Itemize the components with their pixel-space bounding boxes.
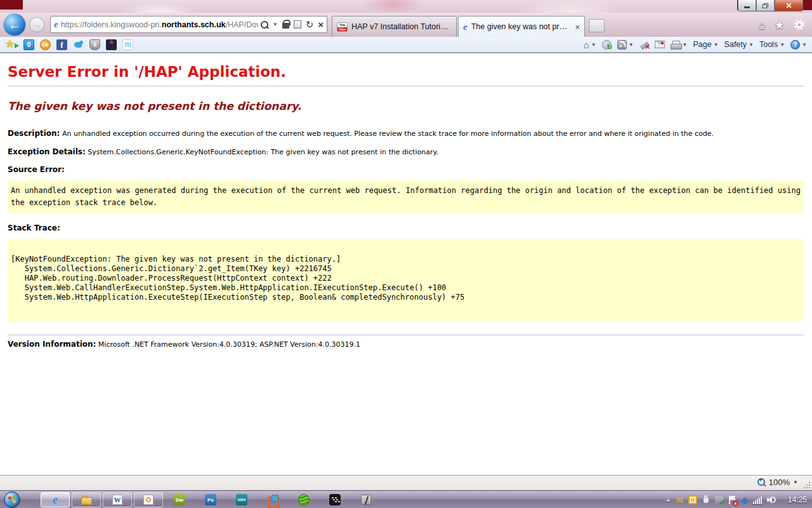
- chevron-down-icon: ▼: [714, 42, 719, 48]
- tab-label: HAP v7 Installation Tutorial - Y...: [351, 22, 452, 31]
- command-bar: ⌂ ▼ ▼ ▼ Page ▼ Safety ▼ Tools ▼ ? ▼: [584, 40, 807, 50]
- divider: [8, 335, 804, 335]
- url-text[interactable]: https://folders.kingswood-pri.northants.…: [61, 20, 258, 29]
- chevron-down-icon: ▼: [802, 42, 807, 48]
- taskbar-windows-explorer[interactable]: [72, 492, 101, 507]
- zoom-dropdown-icon[interactable]: ▼: [793, 479, 798, 485]
- chevron-down-icon: ▼: [629, 42, 634, 48]
- zoom-magnifier-icon: [757, 478, 766, 486]
- taskbar-photoshop[interactable]: Ps: [196, 491, 225, 508]
- taskbar-internet-explorer[interactable]: e: [41, 492, 70, 507]
- taskbar-dreamweaver[interactable]: Dw: [165, 491, 194, 508]
- safely-remove-hardware-icon[interactable]: [715, 496, 723, 504]
- compatibility-view-icon[interactable]: [294, 20, 301, 29]
- url-path: /HAP/Downlo: [226, 20, 258, 29]
- settings-gear-icon[interactable]: [793, 18, 806, 31]
- clock[interactable]: 14:25: [788, 495, 807, 504]
- taskbar-sims[interactable]: SIMS: [227, 491, 256, 508]
- utility-app-icon: [361, 495, 371, 505]
- volume-icon[interactable]: [767, 495, 776, 504]
- taskbar-spotify[interactable]: [289, 491, 318, 508]
- address-bar-icons: ▼ ↻ ×: [261, 20, 324, 29]
- page-menu[interactable]: Page ▼: [693, 40, 718, 49]
- back-button[interactable]: ←: [3, 13, 26, 36]
- taskbar-app-orange[interactable]: [258, 491, 287, 508]
- command-row: ★ 0 CB f $ * m ⌂ ▼ ▼ ▼ Page ▼ Safety ▼: [0, 37, 812, 53]
- safety-menu[interactable]: Safety ▼: [724, 40, 754, 49]
- stack-trace-box: [KeyNotFoundException: The given key was…: [8, 239, 804, 321]
- zoom-control[interactable]: 100% ▼: [757, 478, 798, 487]
- version-information-line: Version Information: Microsoft .NET Fram…: [8, 340, 804, 349]
- chevron-down-icon: ▼: [780, 42, 785, 48]
- minimize-button[interactable]: [738, 0, 756, 11]
- address-dropdown-icon[interactable]: ▼: [273, 22, 278, 27]
- taskbar-utility[interactable]: [351, 491, 381, 508]
- titlebar: ✕: [0, 0, 812, 13]
- tab-close-icon[interactable]: ×: [575, 22, 580, 32]
- start-button[interactable]: [4, 491, 20, 508]
- photoshop-icon: Ps: [205, 494, 216, 505]
- description-text: An unhandled exception occurred during t…: [62, 130, 714, 138]
- help-menu[interactable]: ? ▼: [790, 40, 807, 50]
- forward-icon: →: [32, 20, 41, 30]
- browser-quick-icons: ⌂ ★: [758, 18, 806, 31]
- rss-feed-icon: [617, 40, 627, 50]
- divider: [8, 86, 804, 86]
- close-button[interactable]: ✕: [775, 0, 803, 11]
- back-icon: ←: [8, 18, 21, 32]
- window-controls: ✕: [738, 0, 803, 11]
- word-icon: W: [112, 495, 122, 505]
- url-protocol: https://folders.kingswood-pri.: [61, 20, 162, 29]
- resize-grip[interactable]: [804, 482, 810, 488]
- taskbar-outlook[interactable]: O: [134, 492, 163, 507]
- source-error-box: An unhandled exception was generated dur…: [8, 180, 804, 213]
- address-bar[interactable]: e https://folders.kingswood-pri.northant…: [50, 16, 327, 33]
- facebook-icon[interactable]: f: [56, 39, 67, 50]
- home-icon[interactable]: ⌂: [758, 19, 765, 31]
- favorites-star-icon[interactable]: ★: [774, 19, 785, 31]
- m-site-icon[interactable]: m: [122, 39, 133, 50]
- feeds-button[interactable]: ▼: [617, 40, 634, 50]
- search-icon[interactable]: [261, 21, 268, 29]
- restore-icon: [763, 3, 768, 8]
- shield-site-icon[interactable]: $: [89, 39, 100, 50]
- printer-icon: [671, 41, 681, 49]
- sync-icon[interactable]: [602, 40, 612, 50]
- print-button[interactable]: ▼: [671, 41, 688, 49]
- taskbar-blackberry[interactable]: [320, 491, 350, 508]
- taskbar-word[interactable]: W: [103, 492, 132, 507]
- twitter-icon[interactable]: [73, 39, 84, 50]
- tools-menu[interactable]: Tools ▼: [759, 40, 785, 49]
- diagnose-connection-icon[interactable]: [639, 40, 649, 50]
- favorite-site-cb-icon[interactable]: CB: [40, 39, 51, 50]
- dropbox-icon[interactable]: ◆: [742, 496, 748, 504]
- mail-tray-icon[interactable]: ✉: [676, 495, 683, 504]
- exception-details-text: System.Collections.Generic.KeyNotFoundEx…: [88, 148, 438, 156]
- action-center-flag-icon[interactable]: x: [728, 495, 737, 505]
- outlook-tray-icon[interactable]: O: [688, 495, 697, 504]
- exception-details-line: Exception Details: System.Collections.Ge…: [8, 148, 804, 156]
- swirl-site-icon[interactable]: *: [106, 39, 117, 50]
- refresh-icon[interactable]: ↻: [306, 20, 314, 29]
- dreamweaver-icon: Dw: [174, 494, 185, 505]
- forward-button[interactable]: →: [29, 17, 44, 32]
- tab-error-page[interactable]: e The given key was not pres... ×: [458, 16, 585, 37]
- read-mail-icon[interactable]: [655, 41, 665, 48]
- home-menu-button[interactable]: ⌂ ▼: [584, 40, 596, 50]
- stop-icon[interactable]: ×: [318, 20, 324, 29]
- power-plug-icon[interactable]: [702, 495, 710, 504]
- restore-button[interactable]: [756, 0, 775, 11]
- favorites-bar: ★ 0 CB f $ * m: [5, 39, 133, 50]
- add-favorite-icon[interactable]: ★: [5, 39, 18, 50]
- url-domain: northants.sch.uk: [162, 20, 226, 29]
- taskbar: e W O Dw Ps SIMS ▲ ✉ O x ◆ 14:25: [0, 490, 812, 508]
- favorite-site-blue-icon[interactable]: 0: [23, 39, 34, 50]
- new-tab-button[interactable]: [589, 19, 605, 32]
- network-signal-icon[interactable]: [753, 496, 762, 504]
- sims-icon: SIMS: [236, 494, 247, 505]
- lock-icon[interactable]: [282, 23, 289, 29]
- tab-youtube[interactable]: You Tube HAP v7 Installation Tutorial - …: [332, 16, 457, 37]
- exception-details-label: Exception Details:: [8, 147, 86, 156]
- show-hidden-icons-button[interactable]: ▲: [665, 497, 671, 503]
- orange-squares-icon: [268, 495, 278, 505]
